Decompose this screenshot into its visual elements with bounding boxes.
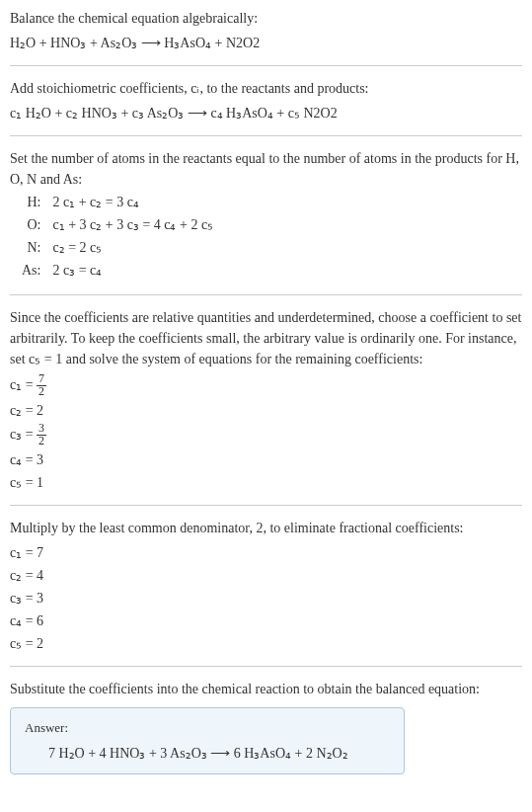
substitute-intro: Substitute the coefficients into the che… (10, 679, 522, 699)
substitute-section: Substitute the coefficients into the che… (10, 679, 522, 775)
coeff-item: c₂ = 2 (10, 400, 522, 421)
multiply-section: Multiply by the least common denominator… (10, 518, 522, 654)
coeff-item: c₃ = 3 2 (10, 423, 522, 447)
atom-row: As: 2 c₃ = c₄ (22, 260, 213, 281)
divider (10, 505, 522, 506)
atoms-section: Set the number of atoms in the reactants… (10, 148, 522, 283)
fraction: 7 2 (37, 373, 46, 398)
coeff-item: c₁ = 7 (10, 542, 522, 563)
intro-text: Balance the chemical equation algebraica… (10, 8, 522, 29)
answer-box: Answer: 7 H₂O + 4 HNO₃ + 3 As₂O₃ ⟶ 6 H₃A… (10, 707, 405, 775)
frac-den: 2 (37, 386, 46, 398)
stoich-text: Add stoichiometric coefficients, cᵢ, to … (10, 78, 522, 99)
coeff-item: c₂ = 4 (10, 565, 522, 586)
divider (10, 294, 522, 295)
atom-label: N: (22, 237, 44, 258)
atom-eq: c₂ = 2 c₅ (52, 237, 213, 258)
stoich-section: Add stoichiometric coefficients, cᵢ, to … (10, 78, 522, 123)
frac-den: 2 (37, 436, 46, 447)
answer-equation: 7 H₂O + 4 HNO₃ + 3 As₂O₃ ⟶ 6 H₃AsO₄ + 2 … (25, 743, 390, 764)
coeff-item: c₅ = 2 (10, 633, 522, 654)
coeff-item: c₄ = 3 (10, 449, 522, 470)
fraction: 3 2 (37, 423, 46, 447)
atoms-table: H: 2 c₁ + c₂ = 3 c₄ O: c₁ + 3 c₂ + 3 c₃ … (14, 190, 221, 283)
coeff-lhs: c₁ = (10, 377, 34, 392)
solve-section: Since the coefficients are relative quan… (10, 307, 522, 493)
multiply-coeffs: c₁ = 7 c₂ = 4 c₃ = 3 c₄ = 6 c₅ = 2 (10, 542, 522, 654)
stoich-equation: c₁ H₂O + c₂ HNO₃ + c₃ As₂O₃ ⟶ c₄ H₃AsO₄ … (10, 103, 522, 123)
atom-row: O: c₁ + 3 c₂ + 3 c₃ = 4 c₄ + 2 c₅ (22, 214, 213, 235)
atom-eq: 2 c₁ + c₂ = 3 c₄ (52, 192, 213, 212)
atoms-intro: Set the number of atoms in the reactants… (10, 148, 522, 190)
answer-label: Answer: (25, 718, 390, 738)
solve-intro: Since the coefficients are relative quan… (10, 307, 522, 369)
coeff-lhs: c₃ = (10, 426, 34, 441)
solve-coeffs: c₁ = 7 2 c₂ = 2 c₃ = 3 2 c₄ = 3 c₅ = 1 (10, 373, 522, 493)
atom-row: H: 2 c₁ + c₂ = 3 c₄ (22, 192, 213, 212)
intro-equation: H₂O + HNO₃ + As₂O₃ ⟶ H₃AsO₄ + N2O2 (10, 33, 522, 53)
atom-eq: c₁ + 3 c₂ + 3 c₃ = 4 c₄ + 2 c₅ (52, 214, 213, 235)
atom-label: H: (22, 192, 44, 212)
atom-label: As: (22, 260, 44, 281)
coeff-item: c₃ = 3 (10, 588, 522, 609)
intro-section: Balance the chemical equation algebraica… (10, 8, 522, 53)
divider (10, 135, 522, 136)
divider (10, 65, 522, 66)
atom-label: O: (22, 214, 44, 235)
atom-row: N: c₂ = 2 c₅ (22, 237, 213, 258)
coeff-item: c₅ = 1 (10, 472, 522, 493)
multiply-intro: Multiply by the least common denominator… (10, 518, 522, 538)
atom-eq: 2 c₃ = c₄ (52, 260, 213, 281)
coeff-item: c₄ = 6 (10, 610, 522, 631)
coeff-item: c₁ = 7 2 (10, 373, 522, 398)
divider (10, 666, 522, 667)
